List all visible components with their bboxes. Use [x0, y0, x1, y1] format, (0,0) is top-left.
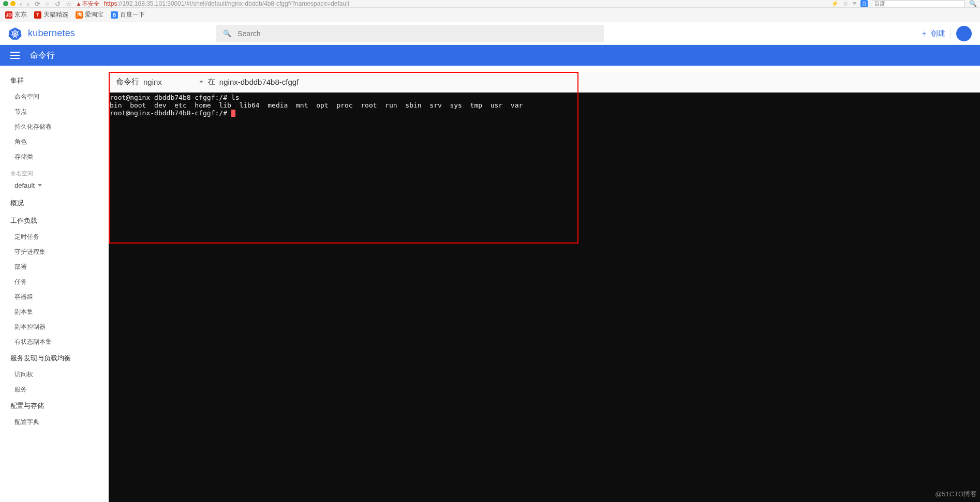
dot-yellow [10, 1, 16, 6]
terminal[interactable]: root@nginx-dbddb74b8-cfggf:/# lsbin boot… [109, 93, 980, 118]
sidebar-section-workloads[interactable]: 工作负载 [0, 212, 108, 230]
url-host: ://192.168.35.101 [117, 0, 165, 7]
page-title: 命令行 [30, 50, 55, 61]
sidebar-item-workload-1[interactable]: 守护进程集 [0, 245, 108, 260]
baidu-search-input[interactable] [872, 1, 965, 7]
baidu-logo-icon: 百 [860, 0, 868, 7]
shell-label: 命令行 [116, 77, 139, 87]
bookmark-item[interactable]: T天猫精选 [34, 10, 68, 19]
window-dots [3, 1, 16, 6]
plus-icon: ＋ [920, 29, 928, 38]
bookmark-icon: T [34, 11, 41, 19]
url-path: :30001/#!/shell/default/nginx-dbddb/4b8-… [166, 0, 349, 7]
main-layout: 集群命名空间节点持久化存储卷角色存储类命名空间default 概况工作负载定时任… [0, 66, 980, 502]
app-title: kubernetes [28, 28, 75, 39]
sidebar-item-workload-0[interactable]: 定时任务 [0, 230, 108, 245]
browser-nav-icons: ‹ › ⟳ ⌂ ↺ ☆ [20, 0, 72, 8]
header-actions: ＋ 创建 [920, 26, 972, 41]
menu-icon-small[interactable]: ≡ [853, 0, 856, 7]
terminal-line: root@nginx-dbddb74b8-cfggf:/# [110, 109, 979, 117]
star2-icon[interactable]: ☆ [843, 0, 849, 7]
in-label: 在 [207, 77, 215, 87]
search-box[interactable]: 🔍 [216, 25, 604, 42]
hamburger-icon[interactable] [10, 52, 20, 59]
divider [951, 28, 951, 39]
bookmark-icon: B [111, 11, 118, 19]
bookmark-label: 爱淘宝 [85, 10, 103, 19]
sidebar-subhead: 命名空间 [0, 164, 108, 179]
reload-icon[interactable]: ⟳ [35, 0, 40, 8]
bookmark-label: 京东 [14, 10, 27, 19]
insecure-warning: ▲ 不安全 [76, 0, 100, 8]
cursor-icon [231, 110, 235, 117]
url-proto: https [103, 0, 117, 7]
search-go-icon[interactable]: 🔍 [969, 0, 977, 7]
namespace-select[interactable]: default [14, 181, 98, 189]
bookmarks-bar: JD京东T天猫精选淘爱淘宝B百度一下 [0, 8, 980, 22]
sidebar-item-svc-1[interactable]: 服务 [0, 382, 108, 397]
bolt-icon[interactable]: ⚡ [831, 0, 839, 7]
home-icon[interactable]: ⌂ [46, 0, 50, 8]
secondary-bar: 命令行 [0, 45, 980, 66]
bookmark-label: 天猫精选 [43, 10, 68, 19]
content-area: 命令行 nginx 在 nginx-dbddb74b8-cfggf root@n… [109, 66, 980, 502]
sidebar-section-svc[interactable]: 服务发现与负载均衡 [0, 349, 108, 367]
terminal-wrapper: 命令行 nginx 在 nginx-dbddb74b8-cfggf root@n… [109, 72, 980, 502]
dot-green [3, 1, 8, 6]
create-button[interactable]: ＋ 创建 [920, 29, 945, 38]
sidebar-item-workload-7[interactable]: 有状态副本集 [0, 334, 108, 349]
user-avatar-icon[interactable] [956, 26, 972, 41]
browser-chrome-bar: ‹ › ⟳ ⌂ ↺ ☆ ▲ 不安全 https://192.168.35.101… [0, 0, 980, 8]
pod-name: nginx-dbddb74b8-cfggf [219, 78, 299, 86]
chevron-down-icon [199, 81, 203, 83]
chevron-down-icon [38, 184, 42, 187]
terminal-line: root@nginx-dbddb74b8-cfggf:/# ls [110, 94, 979, 101]
sidebar-item-workload-3[interactable]: 任务 [0, 275, 108, 290]
app-header: kubernetes 🔍 ＋ 创建 [0, 22, 980, 45]
bookmark-item[interactable]: JD京东 [5, 10, 27, 19]
bookmark-icon: JD [5, 11, 12, 19]
sidebar-item-workload-5[interactable]: 副本集 [0, 305, 108, 320]
namespace-value: default [14, 181, 35, 189]
sidebar-item-config-0[interactable]: 配置字典 [0, 415, 108, 430]
sidebar-item-workload-6[interactable]: 副本控制器 [0, 320, 108, 334]
back-icon[interactable]: ‹ [20, 0, 22, 8]
search-icon: 🔍 [223, 29, 231, 37]
sidebar-item-cluster-2[interactable]: 持久化存储卷 [0, 119, 108, 134]
undo-icon[interactable]: ↺ [55, 0, 61, 8]
create-label: 创建 [931, 29, 945, 38]
container-dropdown[interactable]: nginx [143, 78, 203, 86]
sidebar-item-workload-2[interactable]: 部署 [0, 260, 108, 275]
sidebar-item-svc-0[interactable]: 访问权 [0, 367, 108, 382]
container-name: nginx [143, 78, 162, 86]
search-input[interactable] [237, 29, 597, 38]
watermark: @51CTO博客 [935, 490, 977, 499]
bookmark-label: 百度一下 [120, 10, 145, 19]
sidebar-item-cluster-4[interactable]: 存储类 [0, 149, 108, 164]
star-icon[interactable]: ☆ [66, 0, 72, 8]
forward-icon[interactable]: › [27, 0, 29, 8]
sidebar-item-workload-4[interactable]: 容器组 [0, 290, 108, 305]
address-bar[interactable]: https://192.168.35.101:30001/#!/shell/de… [103, 0, 349, 7]
sidebar-item-cluster-1[interactable]: 节点 [0, 104, 108, 119]
sidebar-section-config[interactable]: 配置与存储 [0, 397, 108, 415]
bookmark-item[interactable]: B百度一下 [111, 10, 145, 19]
browser-right-controls: ⚡ ☆ ≡ 百 🔍 [831, 0, 977, 7]
sidebar-item-cluster-0[interactable]: 命名空间 [0, 89, 108, 104]
sidebar-section-overview[interactable]: 概况 [0, 194, 108, 212]
sidebar-section-cluster[interactable]: 集群 [0, 72, 108, 89]
bookmark-item[interactable]: 淘爱淘宝 [76, 10, 103, 19]
shell-header: 命令行 nginx 在 nginx-dbddb74b8-cfggf [109, 72, 980, 93]
warning-icon: ▲ [76, 1, 82, 7]
insecure-label: 不安全 [82, 0, 99, 8]
terminal-line: bin boot dev etc home lib lib64 media mn… [110, 101, 979, 109]
bookmark-icon: 淘 [76, 11, 83, 19]
sidebar: 集群命名空间节点持久化存储卷角色存储类命名空间default 概况工作负载定时任… [0, 66, 109, 502]
kubernetes-logo-icon [8, 27, 22, 40]
sidebar-item-cluster-3[interactable]: 角色 [0, 134, 108, 149]
